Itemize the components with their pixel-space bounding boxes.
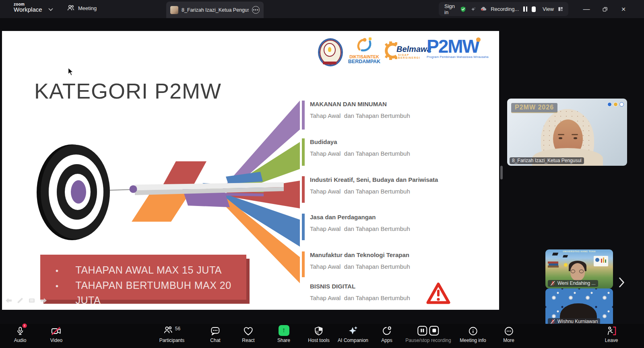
apps-icon (382, 326, 392, 336)
prev-slide-icon[interactable] (5, 298, 12, 303)
leave-button[interactable]: Leave (605, 325, 618, 343)
participants-button[interactable]: 56 Participants (159, 325, 185, 343)
video-tile-wishnu[interactable]: Wishnu Kurniawan (545, 288, 613, 327)
shield-check-icon (460, 5, 466, 14)
participant-name-label: Weni Endahing ... (548, 280, 598, 287)
sign-in-button[interactable]: Sign in (444, 3, 456, 15)
category-name: MAKANAN DAN MINUMAN (310, 101, 410, 107)
category-stage: Tahap Awal dan Tahapan Bertumbuh (310, 294, 410, 301)
next-slide-icon[interactable] (40, 298, 47, 303)
category-bisnis-digital: BISNIS DIGITAL Tahap Awal dan Tahapan Be… (302, 283, 410, 301)
audio-label: Audio (14, 338, 27, 343)
slideshow-controls (5, 298, 47, 303)
category-budidaya: Budidaya Tahap Awal dan Tahapan Bertumbu… (302, 138, 410, 166)
minimize-button[interactable]: — (576, 0, 597, 18)
participant-name: Wishnu Kurniawan (557, 319, 598, 324)
audio-alert-badge: ! (22, 323, 27, 328)
pause-icon[interactable] (418, 326, 427, 336)
mic-muted-icon (550, 319, 555, 324)
ai-companion-button[interactable]: AI Companion (338, 325, 368, 343)
shared-screen-tab-title: 8_Farizah Izazi_Ketua Pengusul's s (182, 7, 249, 13)
share-icon: ↑ (279, 325, 289, 336)
slide-menu-icon[interactable] (29, 298, 35, 303)
close-button[interactable]: × (613, 0, 634, 18)
funding-bullet-1: TAHAPAN AWAL MAX 15 JUTA (56, 263, 246, 278)
category-jasa: Jasa dan Perdagangan Tahap Awal dan Taha… (302, 214, 410, 240)
category-stage: Tahap Awal dan Tahapan Bertumbuh (310, 150, 410, 157)
p2mw-logo: P2MW Program Pembinaan Mahasiswa Wirausa… (427, 37, 491, 66)
slide-title: KATEGORI P2MW (34, 78, 221, 103)
universitas-hang-tuah-logo (317, 37, 344, 67)
belmawa-tagline: SIGAP BERSINERGI (398, 54, 425, 59)
react-button[interactable]: React (242, 325, 254, 343)
people-icon (67, 4, 75, 12)
category-stage: Tahap Awal dan Tahapan Bertumbuh (310, 263, 410, 270)
meeting-info-label: Meeting info (460, 338, 486, 343)
bg-books (548, 266, 559, 268)
p2mw-tagline: Program Pembinaan Mahasiswa Wirausaha (427, 55, 491, 59)
apps-button[interactable]: Apps (381, 325, 392, 343)
view-button[interactable]: View (543, 6, 554, 12)
pause-stop-recording-button[interactable]: Pause/stop recording (405, 325, 451, 343)
zoom-workplace-logo: zoom Workplace (14, 2, 42, 13)
p2mw-wordmark: P2MW (427, 37, 491, 56)
expand-rail-chevron[interactable] (619, 278, 625, 287)
recording-status: Recording... (491, 6, 519, 12)
host-tools-icon (314, 326, 323, 336)
zoom-window: zoom Workplace Meeting 8_Farizah Izazi_K… (0, 0, 644, 348)
more-label: More (503, 338, 514, 343)
bg-grad-cap (552, 253, 559, 255)
participant-name-label: 8_Farizah Izazi_Ketua Pengusul (510, 157, 584, 164)
pause-recording-icon[interactable] (523, 6, 527, 12)
video-tile-farizah[interactable]: P2MW 2026 8_Farizah Izazi_Ketua Pengusul (507, 99, 627, 166)
react-label: React (242, 338, 254, 343)
ai-companion-icon (348, 325, 358, 336)
stop-icon[interactable] (429, 326, 439, 336)
camera-off-icon (51, 326, 62, 336)
tab-options-icon[interactable]: ••• (252, 6, 260, 14)
pen-icon[interactable] (17, 298, 23, 303)
stop-recording-icon[interactable] (532, 6, 536, 12)
titlebar-controls: Sign in Recording... View (439, 2, 568, 16)
pause-stop-label: Pause/stop recording (405, 338, 451, 343)
tab-meeting[interactable]: Meeting (67, 4, 97, 12)
meeting-toolbar: ! Audio Video (0, 324, 644, 348)
sparkle-icon[interactable] (471, 5, 476, 13)
mini-logo-icon (619, 102, 624, 107)
tab-shared-screen[interactable]: 8_Farizah Izazi_Ketua Pengusul's s ••• (166, 2, 264, 18)
category-manufaktur: Manufaktur dan Teknologi Terapan Tahap A… (302, 251, 410, 277)
meeting-info-button[interactable]: Meeting info (460, 325, 486, 343)
funding-bullet-1-text: TAHAPAN AWAL MAX 15 JUTA (76, 263, 222, 278)
video-tile-weni[interactable]: UNIVERSITAS HANG TUAH Weni Endahing ... (545, 249, 613, 288)
category-name: Jasa dan Perdagangan (310, 214, 410, 220)
participants-count: 56 (175, 326, 180, 332)
chat-icon (210, 326, 220, 336)
category-color-bar (302, 176, 305, 203)
info-icon (468, 326, 478, 336)
funding-note-box: TAHAPAN AWAL MAX 15 JUTA TAHAPAN BERTUMB… (40, 255, 246, 300)
brand-workplace: Workplace (14, 6, 42, 13)
video-button[interactable]: Video (50, 325, 62, 343)
funding-bullet-2: TAHAPAN BERTUMBUH MAX 20 JUTA (56, 278, 246, 308)
bg-whiteboard (594, 256, 608, 266)
category-stage: Tahap Awal dan Tahapan Bertumbuh (310, 225, 410, 232)
diktisaintek-figure-icon (355, 36, 373, 54)
record-cloud-icon (481, 6, 487, 12)
category-industri-kreatif: Industri Kreatif, Seni, Budaya dan Pariw… (302, 176, 438, 203)
leave-icon (606, 326, 617, 336)
share-label: Share (277, 338, 290, 343)
belmawa-gear-icon (384, 41, 398, 60)
mouse-cursor (68, 68, 74, 76)
restore-button[interactable] (595, 0, 615, 18)
host-tools-button[interactable]: Host tools (308, 325, 329, 343)
ai-companion-label: AI Companion (338, 338, 368, 343)
audio-button[interactable]: ! Audio (14, 325, 27, 343)
chat-button[interactable]: Chat (210, 325, 220, 343)
rail-scrollbar[interactable] (500, 166, 503, 179)
chevron-down-icon[interactable] (48, 8, 53, 11)
more-button[interactable]: More (503, 325, 514, 343)
diktisaintek-logo: DIKTISAINTEK BERDAMPAK (347, 36, 381, 68)
share-button[interactable]: ↑ Share (277, 325, 290, 343)
participant-name: Weni Endahing ... (557, 280, 596, 286)
restore-icon (602, 6, 608, 12)
